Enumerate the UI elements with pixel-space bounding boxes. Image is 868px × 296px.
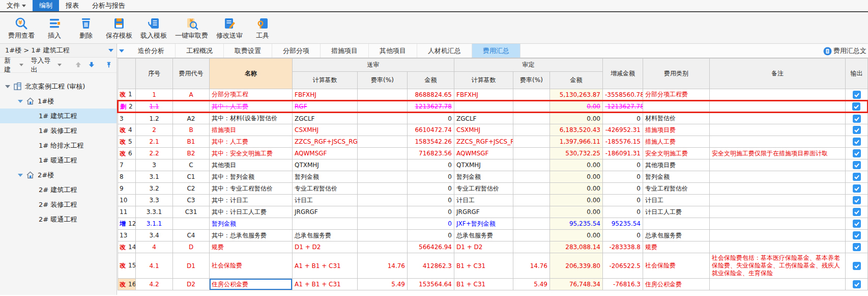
cell-audited-amount[interactable]: 0.00 [550, 101, 603, 113]
load-template-button[interactable]: 载入模板 [136, 13, 171, 43]
cell-fee-category[interactable]: 其他项目费 [643, 159, 710, 171]
output-checkbox[interactable] [853, 280, 861, 288]
cell-fee-code[interactable]: D [173, 241, 210, 253]
header-remark[interactable]: 备注 [710, 59, 846, 89]
cell-name[interactable]: 其中：人工费 [210, 101, 293, 113]
cell-submitted-rate[interactable] [358, 206, 408, 218]
cell-audited-amount[interactable]: 0.00 [550, 159, 603, 171]
cell-row-marker[interactable]: 改14 [118, 241, 136, 253]
cell-name[interactable]: 其中：暂列金额 [210, 171, 293, 183]
cell-submitted-amount[interactable]: 0 [408, 206, 454, 218]
cell-submitted-amount[interactable]: 0 [408, 183, 454, 195]
cell-row-marker[interactable]: 改5 [118, 136, 136, 148]
cell-row-marker[interactable]: 11 [118, 206, 136, 218]
insert-button[interactable]: 插入 [39, 13, 70, 43]
cell-remark[interactable] [710, 171, 846, 183]
cell-fee-category[interactable]: 材料暂估价 [643, 113, 710, 124]
cell-fee-code[interactable]: C [173, 159, 210, 171]
cell-name[interactable]: 其中：安全文明施工费 [210, 148, 293, 159]
output-checkbox[interactable] [853, 138, 861, 146]
header-ss-amount[interactable]: 金额 [408, 72, 454, 89]
cell-diff-amount[interactable]: -76816.3 [603, 279, 643, 290]
cell-submitted-base[interactable]: AQWMSGF [293, 148, 358, 159]
pin-icon[interactable] [105, 61, 112, 69]
cell-name[interactable]: 其中：计日工 [210, 195, 293, 206]
cell-seq[interactable]: 4.2 [136, 279, 173, 290]
cell-name[interactable]: 措施项目 [210, 124, 293, 136]
cell-audited-amount[interactable]: 0.00 [550, 206, 603, 218]
cell-fee-code[interactable]: C31 [173, 206, 210, 218]
header-output[interactable]: 输出 [846, 59, 868, 89]
cell-seq[interactable]: 3 [136, 159, 173, 171]
cell-seq[interactable]: 4 [136, 241, 173, 253]
cell-submitted-base[interactable]: 总承包服务费 [293, 230, 358, 241]
cell-audited-base[interactable]: ZGCLF [454, 113, 513, 124]
cell-name[interactable]: 分部分项工程 [210, 89, 293, 101]
tab-project-overview[interactable]: 工程概况 [176, 44, 224, 58]
header-code[interactable]: 费用代号 [173, 59, 210, 89]
cell-audited-base[interactable] [454, 101, 513, 113]
cell-audited-amount[interactable]: 0.00 [550, 195, 603, 206]
output-checkbox[interactable] [853, 115, 861, 123]
cell-submitted-base[interactable]: RGF [293, 101, 358, 113]
new-button[interactable]: 新建 [4, 56, 15, 74]
cell-remark[interactable] [710, 183, 846, 195]
cell-seq[interactable]: 3.1.1 [136, 218, 173, 230]
cell-audited-base[interactable]: JXF+暂列金额 [454, 218, 513, 230]
cell-submitted-amount[interactable]: 8688824.65 [408, 89, 454, 101]
cell-submitted-rate[interactable] [358, 124, 408, 136]
cell-fee-code[interactable]: C2 [173, 183, 210, 195]
tools-button[interactable]: 工具 [247, 13, 278, 43]
cell-seq[interactable]: 3.1 [136, 171, 173, 183]
cell-audited-amount[interactable]: 206,339.80 [550, 253, 603, 279]
tab-other-items[interactable]: 其他项目 [369, 44, 417, 58]
cell-diff-amount[interactable]: -283338.8 [603, 241, 643, 253]
cell-fee-code[interactable]: C3 [173, 195, 210, 206]
cell-audited-amount[interactable]: 5,130,263.87 [550, 89, 603, 101]
tree-item-building-2[interactable]: 2#楼 [0, 168, 117, 182]
cell-diff-amount[interactable]: 0 [603, 159, 643, 171]
cell-name[interactable]: 暂列金额 [210, 218, 293, 230]
cell-remark[interactable] [710, 230, 846, 241]
cell-fee-code[interactable] [173, 101, 210, 113]
cell-remark[interactable] [710, 124, 846, 136]
cell-submitted-base[interactable]: 暂列金额 [293, 171, 358, 183]
tree-item-b1-decoration[interactable]: 1# 装修工程 [0, 123, 117, 138]
cell-submitted-base[interactable]: ZGCLF [293, 113, 358, 124]
cell-seq[interactable]: 1.2 [136, 113, 173, 124]
output-checkbox[interactable] [853, 262, 861, 270]
tree-item-b2-decoration[interactable]: 2# 装修工程 [0, 197, 117, 212]
cell-fee-code[interactable]: D1 [173, 253, 210, 279]
header-submitted-group[interactable]: 送审 [293, 59, 454, 72]
tab-boq-sections[interactable]: 分部分项 [272, 44, 321, 58]
delete-button[interactable]: 删除 [70, 13, 102, 43]
cell-audited-rate[interactable] [513, 136, 550, 148]
cell-submitted-rate[interactable] [358, 218, 408, 230]
cell-submitted-amount[interactable]: 1583542.26 [408, 136, 454, 148]
cell-submitted-rate[interactable] [358, 241, 408, 253]
cell-audited-rate[interactable]: 14.76 [513, 253, 550, 279]
header-seq[interactable]: 序号 [136, 59, 173, 89]
cell-fee-code[interactable]: A [173, 89, 210, 101]
cell-audited-rate[interactable] [513, 148, 550, 159]
cell-audited-rate[interactable] [513, 101, 550, 113]
cell-name[interactable]: 其中：人工费 [210, 136, 293, 148]
cell-submitted-base[interactable]: A1 + B1 + C31 [293, 253, 358, 279]
cell-audited-base[interactable]: FBFXHJ [454, 89, 513, 101]
cell-seq[interactable]: 1.1 [136, 101, 173, 113]
cell-diff-amount[interactable]: 0 [603, 171, 643, 183]
menu-item-compile[interactable]: 编制 [33, 0, 59, 11]
menu-item-file[interactable]: 文件 [0, 0, 33, 11]
cell-fee-code[interactable]: B1 [173, 136, 210, 148]
output-checkbox[interactable] [853, 126, 861, 134]
cell-remark[interactable]: 社会保险费包括：基本医疗保险基金、基本养老保险费、失业保险基金、工伤保险基金、残… [710, 253, 846, 279]
cell-submitted-base[interactable]: JRGRGF [293, 206, 358, 218]
cell-submitted-amount[interactable]: 566426.94 [408, 241, 454, 253]
cell-submitted-base[interactable]: 专业工程暂估价 [293, 183, 358, 195]
cell-name[interactable]: 其中：专业工程暂估价 [210, 183, 293, 195]
cell-submitted-rate[interactable] [358, 148, 408, 159]
tab-measure-items[interactable]: 措施项目 [321, 44, 369, 58]
cell-audited-base[interactable]: ZZCS_RGF+JSCS_RGF [454, 136, 513, 148]
modify-submission-button[interactable]: 修改送审 [212, 13, 247, 43]
cell-remark[interactable] [710, 159, 846, 171]
